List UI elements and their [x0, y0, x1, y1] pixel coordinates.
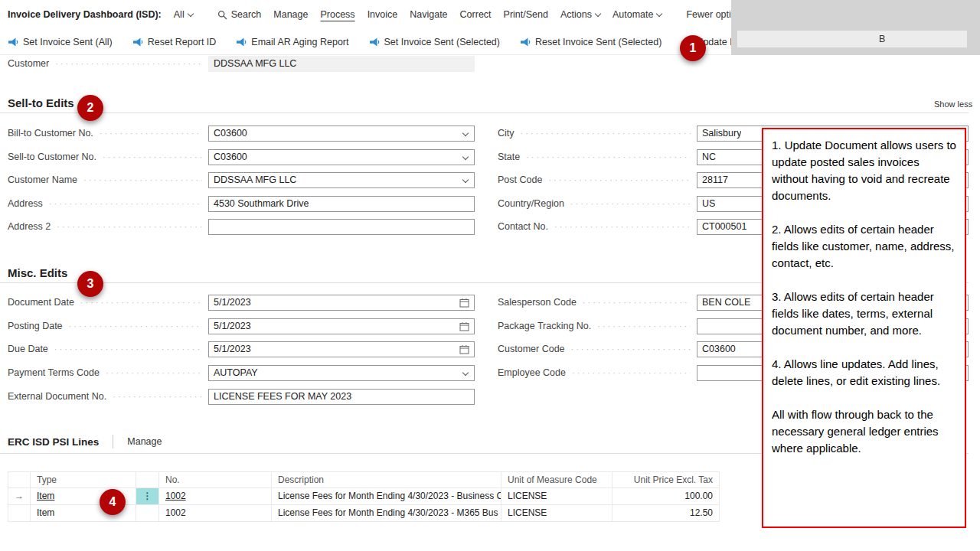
dotted-leader — [80, 297, 202, 308]
set-invoice-sent-all-button[interactable]: Set Invoice Sent (All) — [8, 37, 113, 47]
annotation-note-box: 1. Update Document allows users to updat… — [762, 128, 966, 528]
show-less-link[interactable]: Show less — [934, 99, 972, 109]
dotted-leader — [572, 367, 691, 378]
annotation-badge-2: 2 — [77, 95, 103, 121]
dotted-leader — [597, 321, 691, 331]
email-ar-aging-report-button[interactable]: Email AR Aging Report — [236, 37, 348, 47]
col-header-options — [136, 471, 159, 488]
dotted-leader — [113, 391, 202, 402]
bill-to-customer-no-input[interactable]: C03600 — [208, 126, 475, 142]
chevron-down-icon — [462, 130, 469, 136]
row-selector-arrow: → — [8, 488, 31, 505]
posting-date-input[interactable]: 5/1/2023 — [208, 318, 475, 334]
field-external-document-no: External Document No. LICENSE FEES FOR M… — [8, 388, 475, 405]
field-posting-date: Posting Date 5/1/2023 — [8, 318, 475, 334]
chevron-down-icon — [656, 11, 662, 17]
menu-item-automate[interactable]: Automate — [612, 9, 662, 20]
reset-invoice-sent-selected-button[interactable]: Reset Invoice Sent (Selected) — [520, 37, 662, 47]
dotted-leader — [548, 174, 691, 185]
megaphone-icon — [8, 37, 18, 47]
dotted-leader — [554, 221, 691, 232]
menu-item-process[interactable]: Process — [320, 9, 354, 20]
dotted-leader — [106, 367, 202, 378]
customer-field-row: Customer DDSSAA MFG LLC — [8, 55, 475, 72]
section-divider — [0, 112, 969, 113]
col-header-unit-price[interactable]: Unit Price Excl. Tax — [612, 471, 720, 488]
field-due-date: Due Date 5/1/2023 — [8, 341, 475, 357]
customer-label: Customer — [8, 58, 49, 69]
megaphone-icon — [132, 37, 143, 47]
customer-value-field[interactable]: DDSSAA MFG LLC — [208, 56, 475, 72]
lines-divider — [113, 435, 113, 448]
annotation-badge-1: 1 — [680, 35, 706, 61]
chevron-down-icon — [187, 11, 193, 17]
cell-description[interactable]: License Fees for Month Ending 4/30/2023 … — [272, 505, 501, 522]
row-options-cell[interactable] — [136, 505, 159, 522]
annotation-badge-3: 3 — [77, 271, 103, 297]
cell-no[interactable]: 1002 — [159, 488, 272, 505]
cell-unit-price[interactable]: 12.50 — [612, 505, 720, 522]
col-header-description[interactable]: Description — [272, 471, 501, 488]
chevron-down-icon — [595, 11, 601, 17]
calendar-icon — [459, 344, 469, 354]
sell-to-customer-no-input[interactable]: C03600 — [208, 149, 475, 165]
calendar-icon — [459, 298, 469, 308]
address-2-input[interactable] — [208, 219, 475, 235]
dotted-leader — [571, 344, 691, 354]
customer-name-input[interactable]: DDSSAA MFG LLC — [208, 172, 475, 188]
menu-item-print-send[interactable]: Print/Send — [504, 9, 548, 20]
menu-item-actions[interactable]: Actions — [560, 9, 600, 20]
menu-item-navigate[interactable]: Navigate — [410, 9, 447, 20]
col-header-type[interactable]: Type — [31, 471, 136, 488]
megaphone-icon — [520, 37, 531, 47]
partial-field-strip: B — [737, 31, 967, 47]
menu-bar: Invoice Delivery Dashboard (ISD): All Se… — [0, 0, 731, 29]
menu-item-search[interactable]: Search — [217, 9, 262, 20]
action-bar: Set Invoice Sent (All) Reset Report ID E… — [0, 29, 731, 55]
field-bill-to-customer-no: Bill-to Customer No. C03600 — [8, 125, 475, 142]
col-header-no[interactable]: No. — [159, 471, 272, 488]
cell-uom[interactable]: LICENSE — [501, 488, 612, 505]
note-paragraph-3: 3. Allows edits of certain header fields… — [772, 289, 956, 339]
field-address: Address 4530 Southmark Drive — [8, 195, 475, 212]
note-paragraph-2: 2. Allows edits of certain header fields… — [772, 221, 956, 272]
address-input[interactable]: 4530 Southmark Drive — [208, 196, 475, 212]
dotted-leader — [49, 198, 202, 209]
dotted-leader — [521, 128, 691, 139]
dotted-leader — [55, 58, 202, 69]
menu-item-invoice[interactable]: Invoice — [368, 9, 398, 20]
row-options-button[interactable]: ⋮ — [136, 488, 159, 505]
document-date-input[interactable]: 5/1/2023 — [208, 295, 475, 311]
cell-description[interactable]: License Fees for Month Ending 4/30/2023 … — [272, 488, 501, 505]
col-header-uom[interactable]: Unit of Measure Code — [501, 471, 612, 488]
lines-section-header: ERC ISD PSI Lines Manage — [8, 435, 162, 448]
dotted-leader — [100, 128, 202, 139]
cell-uom[interactable]: LICENSE — [501, 505, 612, 522]
dotted-leader — [103, 152, 202, 162]
col-header-rowmark — [8, 471, 31, 488]
row-selector — [8, 505, 31, 522]
dotted-leader — [69, 321, 202, 331]
external-document-no-input[interactable]: LICENSE FEES FOR MAY 2023 — [208, 389, 475, 405]
chevron-down-icon — [462, 177, 469, 183]
calendar-icon — [459, 321, 469, 331]
note-paragraph-4: 4. Allows line updates. Add lines, delet… — [772, 356, 956, 390]
cell-no[interactable]: 1002 — [159, 505, 272, 522]
menu-item-manage[interactable]: Manage — [273, 9, 308, 20]
dotted-leader — [57, 221, 202, 232]
reset-report-id-button[interactable]: Reset Report ID — [132, 37, 217, 47]
dotted-leader — [570, 198, 691, 209]
due-date-input[interactable]: 5/1/2023 — [208, 341, 475, 357]
sellto-section-title: Sell-to Edits — [8, 96, 74, 109]
payment-terms-code-input[interactable]: AUTOPAY — [208, 365, 475, 381]
field-sell-to-customer-no: Sell-to Customer No. C03600 — [8, 148, 475, 165]
cell-unit-price[interactable]: 100.00 — [612, 488, 720, 505]
set-invoice-sent-selected-button[interactable]: Set Invoice Sent (Selected) — [369, 37, 500, 47]
filter-dropdown[interactable]: All — [174, 9, 193, 20]
menu-item-correct[interactable]: Correct — [460, 9, 492, 20]
field-customer-name: Customer Name DDSSAA MFG LLC — [8, 171, 475, 188]
partial-text: B — [879, 34, 885, 44]
lines-manage-tab[interactable]: Manage — [127, 436, 162, 447]
dotted-leader — [83, 174, 202, 185]
lines-section-title: ERC ISD PSI Lines — [8, 436, 99, 448]
